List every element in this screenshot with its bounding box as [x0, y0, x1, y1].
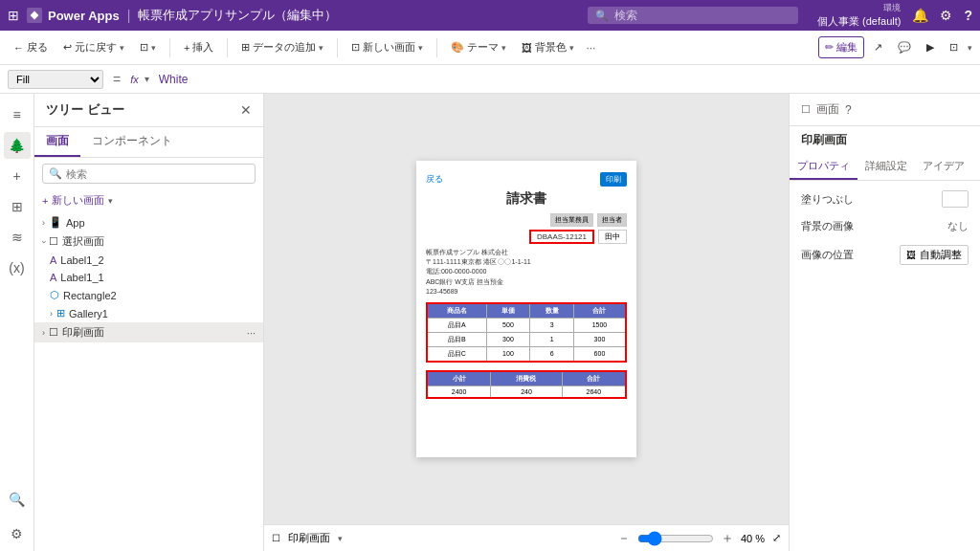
help-icon[interactable]: ?	[964, 8, 972, 23]
image-pos-icon: 🖼	[906, 250, 916, 260]
add-data-icon: ⊞	[241, 41, 250, 54]
sidebar-icon-formulas[interactable]: (x)	[4, 254, 31, 281]
settings-icon[interactable]: ⚙	[940, 8, 952, 23]
app-name: Power Apps	[48, 9, 120, 23]
tree-item-print-screen[interactable]: › ☐ 印刷画面 ···	[34, 322, 263, 342]
bg-image-value: なし	[947, 219, 969, 233]
sidebar-icon-data[interactable]: ⊞	[4, 193, 31, 220]
label1-1-icon: A	[50, 272, 56, 283]
search-box[interactable]: 🔍	[588, 7, 798, 24]
zoom-value: 40 %	[741, 533, 765, 544]
zoom-slider[interactable]	[637, 531, 714, 546]
sidebar-icons: ≡ 🌲 + ⊞ ≋ (x) 🔍 ⚙	[0, 94, 34, 551]
zoom-plus-button[interactable]: ＋	[718, 530, 737, 547]
search-input[interactable]	[614, 9, 791, 22]
fx-label[interactable]: fx	[130, 74, 139, 85]
tree-item-app[interactable]: › 📱 App	[34, 213, 263, 231]
print-screen-more[interactable]: ···	[247, 327, 256, 339]
search-icon: 🔍	[595, 10, 609, 22]
waffle-icon[interactable]: ⊞	[8, 8, 19, 23]
new-screen-button[interactable]: ⊡ 新しい画面 ▾	[345, 37, 429, 57]
zoom-expand-icon[interactable]: ⤢	[772, 532, 781, 544]
tree-item-select-screen[interactable]: › ☐ 選択画面	[34, 231, 263, 252]
doc-print-button[interactable]: 印刷	[600, 172, 627, 187]
tree-item-rectangle2[interactable]: ⬡ Rectangle2	[34, 286, 263, 304]
canvas-area[interactable]: 戻る 印刷 請求書 担当業務員 担当者 DBAAS-12121 田中 帳票作成サ…	[264, 94, 789, 551]
tree-search-icon: 🔍	[49, 167, 62, 180]
tree-tabs: 画面 コンポーネント	[34, 127, 263, 158]
play-button[interactable]: ▶	[921, 38, 940, 56]
doc-id-value: DBAAS-12121	[529, 230, 594, 244]
select-screen-chevron: ›	[39, 240, 49, 243]
tree-items: › 📱 App › ☐ 選択画面 A Label1_2 A Label1_1 ⬡…	[34, 213, 263, 551]
col-price: 単価	[486, 303, 530, 319]
rectangle2-label: Rectangle2	[63, 290, 117, 301]
edit-button[interactable]: ✏ 編集	[818, 36, 864, 58]
tree-item-gallery1[interactable]: › ⊞ Gallery1	[34, 304, 263, 322]
right-tab-advanced[interactable]: 詳細設定	[858, 154, 915, 180]
doc-company: 帳票作成サンプル 株式会社 〒111-1111東京都 港区 〇〇1-1-11 電…	[426, 248, 627, 276]
copy-button[interactable]: ⊡ ▾	[134, 38, 162, 56]
canvas-screen-label: 印刷画面	[288, 531, 330, 545]
subtotal-value: 2400	[427, 386, 491, 398]
tree-item-label1-2[interactable]: A Label1_2	[34, 252, 263, 269]
col-total: 合計	[573, 303, 626, 319]
env-info: 環境 個人事業 (default)	[817, 2, 901, 29]
right-panel-tabs: プロパティ 詳細設定 アイデア	[790, 154, 980, 181]
tree-header: ツリー ビュー ✕	[34, 94, 263, 127]
publish-button[interactable]: ⊡	[944, 38, 964, 56]
insert-button[interactable]: + 挿入	[178, 37, 219, 57]
cell-price: 100	[486, 346, 530, 362]
bell-icon[interactable]: 🔔	[912, 8, 928, 23]
tree-item-label1-1[interactable]: A Label1_1	[34, 269, 263, 286]
tree-close-button[interactable]: ✕	[240, 102, 252, 118]
sidebar-icon-insert[interactable]: +	[4, 163, 31, 189]
fill-prop: 塗りつぶし	[801, 190, 969, 208]
comment-button[interactable]: 💬	[892, 38, 917, 56]
tree-tab-components[interactable]: コンポーネント	[80, 127, 184, 157]
zoom-minus-button[interactable]: －	[614, 530, 634, 547]
sidebar-icon-settings[interactable]: ⚙	[4, 520, 31, 547]
new-screen-link[interactable]: + 新しい画面 ▾	[34, 189, 263, 213]
right-tab-ideas[interactable]: アイデア	[915, 154, 972, 180]
bg-color-icon: 🖼	[522, 42, 532, 54]
print-screen-icon: ☐	[49, 326, 58, 339]
add-data-button[interactable]: ⊞ データの追加 ▾	[235, 37, 329, 57]
publish-icon: ⊡	[949, 41, 958, 54]
sidebar-icon-variables[interactable]: ≋	[4, 224, 31, 251]
env-label: 環境 個人事業 (default)	[817, 2, 901, 29]
tree-title: ツリー ビュー	[46, 101, 124, 119]
copy-icon: ⊡	[140, 41, 148, 54]
equals-sign: =	[109, 72, 124, 87]
more-icon[interactable]: ···	[586, 41, 595, 55]
doc-back-link[interactable]: 戻る	[426, 173, 443, 186]
sidebar-icon-tree[interactable]: 🌲	[4, 132, 31, 159]
table-row: 品目A50031500	[427, 318, 626, 332]
app-icon: 📱	[49, 216, 62, 229]
share-button[interactable]: ↗	[868, 38, 888, 56]
property-select[interactable]: Fill	[8, 70, 103, 89]
cell-price: 300	[486, 332, 530, 346]
undo-button[interactable]: ↩ 元に戻す ▾	[57, 37, 130, 57]
app-label: App	[66, 217, 85, 229]
cell-total: 300	[573, 332, 626, 346]
fill-color-swatch[interactable]	[942, 190, 969, 208]
tree-search-input[interactable]	[66, 168, 249, 180]
right-panel-help-icon[interactable]: ?	[845, 103, 852, 117]
image-pos-select[interactable]: 🖼 自動調整	[900, 245, 969, 265]
comment-icon: 💬	[898, 41, 911, 54]
grand-value: 2640	[562, 386, 626, 398]
formula-input[interactable]	[155, 71, 972, 88]
document-preview: 戻る 印刷 請求書 担当業務員 担当者 DBAAS-12121 田中 帳票作成サ…	[416, 161, 636, 457]
tree-tab-screens[interactable]: 画面	[34, 127, 80, 157]
bg-color-button[interactable]: 🖼 背景色 ▾	[516, 37, 580, 57]
right-panel-header: ☐ 画面 ?	[790, 94, 980, 126]
theme-button[interactable]: 🎨 テーマ ▾	[445, 37, 512, 57]
back-button[interactable]: ← 戻る	[8, 37, 54, 57]
total-row: 2400 240 2640	[427, 386, 626, 398]
tree-search[interactable]: 🔍	[42, 164, 256, 184]
sidebar-icon-menu[interactable]: ≡	[4, 101, 31, 128]
right-tab-properties[interactable]: プロパティ	[790, 154, 858, 180]
doc-title: 請求書	[426, 190, 627, 208]
sidebar-icon-search[interactable]: 🔍	[4, 486, 31, 513]
